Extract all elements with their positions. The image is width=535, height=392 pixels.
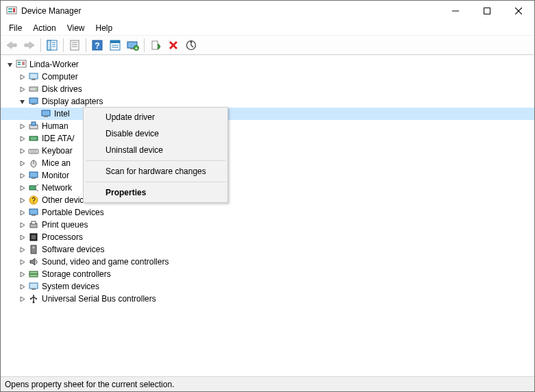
tree-twisty-expand[interactable] — [17, 282, 27, 291]
tree-category-label: Software devices — [42, 245, 104, 254]
tree-twisty-expand[interactable] — [17, 84, 27, 94]
svg-point-70 — [30, 298, 32, 299]
tree-category[interactable]: Processors — [1, 231, 534, 243]
tree-root[interactable]: Linda-Worker — [1, 58, 534, 71]
category-icon — [28, 293, 39, 304]
context-menu-item[interactable]: Update driver — [85, 109, 226, 125]
tree-category[interactable]: Storage controllers — [1, 268, 534, 280]
tree-twisty-expand[interactable] — [17, 183, 27, 193]
category-icon — [28, 133, 39, 144]
category-icon — [28, 232, 39, 243]
titlebar: Device Manager — [1, 1, 534, 21]
tree-category-label: Human — [42, 121, 69, 131]
svg-rect-43 — [32, 122, 36, 125]
context-menu-item[interactable]: Scan for hardware changes — [85, 163, 226, 180]
context-menu-separator — [86, 160, 225, 161]
svg-text:?: ? — [95, 40, 99, 50]
tree-category[interactable]: Portable Devices — [1, 206, 534, 219]
tree-twisty-expand[interactable] — [17, 220, 27, 230]
svg-rect-1 — [8, 8, 12, 10]
tree-category-label: Disk drives — [42, 84, 82, 94]
tree-twisty-expand[interactable] — [17, 232, 27, 242]
close-button[interactable] — [503, 1, 534, 21]
menubar: File Action View Help — [1, 21, 534, 36]
action-button[interactable] — [107, 37, 123, 53]
computer-root-icon — [16, 59, 27, 70]
tree-category[interactable]: Sound, video and game controllers — [1, 256, 534, 268]
update-driver-button[interactable] — [125, 37, 141, 53]
help-button[interactable]: ? — [89, 37, 105, 53]
tree-category-label: Print queues — [42, 220, 88, 230]
tree-category[interactable]: Disk drives — [1, 83, 534, 95]
tree-category-label: Processors — [42, 232, 83, 242]
svg-rect-58 — [32, 215, 36, 216]
tree-category[interactable]: Monitor — [1, 169, 534, 182]
tree-twisty-expand[interactable] — [17, 121, 27, 131]
category-icon — [28, 96, 39, 107]
tree-category[interactable]: Print queues — [1, 219, 534, 231]
tree-category[interactable]: Universal Serial Bus controllers — [1, 293, 534, 305]
tree-twisty-expand[interactable] — [17, 72, 27, 82]
svg-rect-5 — [484, 8, 490, 14]
tree-category[interactable]: Human — [1, 120, 534, 132]
tree-category[interactable]: Mice an — [1, 157, 534, 169]
tree-category-label: Universal Serial Bus controllers — [42, 294, 156, 304]
tree-category[interactable]: System devices — [1, 280, 534, 293]
forward-button[interactable] — [21, 37, 38, 53]
minimize-button[interactable] — [440, 1, 471, 21]
menu-help[interactable]: Help — [90, 22, 119, 34]
tree-twisty-expand[interactable] — [17, 257, 27, 267]
back-button[interactable] — [3, 37, 20, 53]
context-menu-item[interactable]: Properties — [85, 184, 226, 201]
tree-category[interactable]: Keyboar — [1, 145, 534, 157]
context-menu-item[interactable]: Uninstall device — [85, 142, 226, 158]
enable-device-button[interactable] — [147, 37, 164, 53]
tree-twisty-collapse[interactable] — [5, 60, 14, 69]
tree-root-label: Linda-Worker — [29, 60, 79, 69]
svg-rect-41 — [44, 116, 48, 117]
tree-category[interactable]: Network — [1, 182, 534, 194]
svg-text:?: ? — [32, 197, 36, 204]
tree-category[interactable]: Computer — [1, 71, 534, 83]
svg-rect-54 — [29, 186, 36, 190]
tree-category[interactable]: Display adapters — [1, 95, 534, 108]
menu-action[interactable]: Action — [27, 22, 61, 34]
statusbar: Opens property sheet for the current sel… — [1, 376, 534, 391]
tree-twisty-expand[interactable] — [17, 208, 27, 217]
properties-button[interactable] — [66, 37, 83, 53]
window-controls — [440, 1, 534, 21]
svg-rect-53 — [32, 177, 36, 179]
tree-twisty-expand[interactable] — [17, 171, 27, 180]
status-text: Opens property sheet for the current sel… — [5, 380, 174, 389]
tree-device[interactable]: Intel — [1, 108, 534, 120]
category-icon — [28, 207, 39, 218]
category-icon — [28, 182, 39, 193]
category-icon — [28, 158, 39, 169]
show-hide-tree-button[interactable] — [44, 37, 60, 53]
svg-rect-38 — [29, 98, 38, 103]
tree-category[interactable]: IDE ATA/ — [1, 132, 534, 145]
context-menu-item[interactable]: Disable device — [85, 125, 226, 142]
svg-rect-68 — [32, 289, 36, 290]
category-icon: ? — [28, 195, 39, 206]
tree-twisty-expand[interactable] — [17, 146, 27, 156]
menu-file[interactable]: File — [3, 22, 27, 34]
tree-twisty-expand[interactable] — [17, 245, 27, 254]
tree-twisty-expand[interactable] — [17, 195, 27, 205]
tree-twisty-expand[interactable] — [17, 269, 27, 279]
tree-twisty-expand[interactable] — [17, 134, 27, 143]
tree-category[interactable]: Software devices — [1, 243, 534, 256]
tree-twisty-collapse[interactable] — [17, 97, 27, 106]
menu-view[interactable]: View — [62, 22, 90, 34]
svg-rect-39 — [32, 103, 36, 105]
uninstall-device-button[interactable] — [165, 37, 182, 53]
toolbar-divider — [86, 38, 86, 52]
tree-twisty-expand[interactable] — [17, 294, 27, 304]
device-tree-pane[interactable]: Linda-WorkerComputerDisk drivesDisplay a… — [1, 55, 534, 376]
svg-rect-71 — [36, 298, 37, 299]
tree-category[interactable]: ?Other devices — [1, 194, 534, 206]
category-icon — [28, 71, 39, 82]
scan-hardware-button[interactable] — [183, 37, 199, 53]
maximize-button[interactable] — [471, 1, 503, 21]
tree-twisty-expand[interactable] — [17, 158, 27, 168]
